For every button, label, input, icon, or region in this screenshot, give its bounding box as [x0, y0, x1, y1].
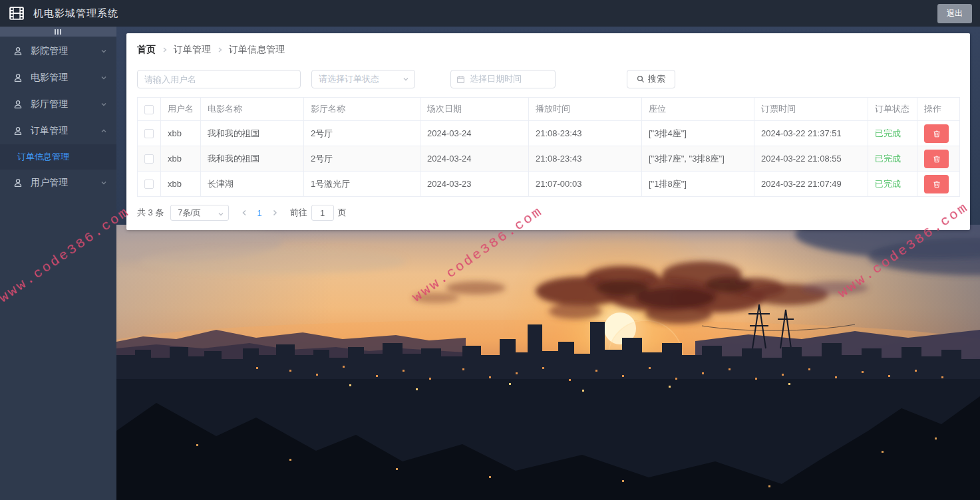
status-badge: 已完成 — [875, 179, 901, 189]
cell-play-time: 21:08-23:43 — [529, 121, 642, 146]
page-size-value: 7条/页 — [178, 207, 200, 219]
cell-order-time: 2024-03-22 21:07:49 — [754, 172, 868, 197]
cell-movie: 长津湖 — [201, 172, 304, 197]
cell-hall: 2号厅 — [304, 146, 420, 172]
table-row: xbb 我和我的祖国 2号厅 2024-03-24 21:08-23:43 ["… — [138, 121, 960, 146]
chevron-down-icon — [100, 180, 107, 186]
sidebar: 影院管理 电影管理 影厅管理 — [0, 27, 116, 500]
chevron-down-icon — [100, 48, 107, 55]
cell-play-time: 21:08-23:43 — [529, 146, 642, 172]
filter-toolbar: 请选择订单状态 选择日期时间 搜索 — [126, 64, 970, 97]
breadcrumb: 首页 订单管理 订单信息管理 — [126, 33, 970, 64]
trash-icon — [933, 130, 941, 138]
breadcrumb-home[interactable]: 首页 — [137, 44, 156, 56]
sidebar-item-label: 影厅管理 — [31, 98, 68, 110]
cell-username: xbb — [161, 146, 201, 172]
sidebar-item-cinema-management[interactable]: 影院管理 — [0, 38, 116, 64]
sidebar-item-hall-management[interactable]: 影厅管理 — [0, 91, 116, 118]
column-header-seats: 座位 — [642, 98, 754, 121]
cell-seats: ["3排4座"] — [642, 121, 754, 146]
chevron-right-icon — [217, 47, 223, 53]
user-icon — [13, 178, 23, 188]
chevron-down-icon — [403, 76, 409, 82]
sidebar-item-order-management[interactable]: 订单管理 — [0, 118, 116, 144]
table-row: xbb 长津湖 1号激光厅 2024-03-23 21:07-00:03 ["1… — [138, 172, 960, 197]
main-content-area: 首页 订单管理 订单信息管理 请选择订单状态 — [116, 27, 980, 500]
chevron-down-icon — [218, 210, 224, 219]
sidebar-item-label: 电影管理 — [31, 72, 68, 84]
sidebar-item-label: 订单管理 — [31, 125, 68, 137]
cell-order-time: 2024-03-22 21:37:51 — [754, 121, 868, 146]
cell-seats: ["3排7座", "3排8座"] — [642, 146, 754, 172]
order-management-panel: 首页 订单管理 订单信息管理 请选择订单状态 — [126, 33, 970, 230]
cell-hall: 1号激光厅 — [304, 172, 420, 197]
row-checkbox[interactable] — [144, 154, 154, 164]
sidebar-subitem-label: 订单信息管理 — [17, 151, 69, 163]
next-page-button[interactable] — [271, 209, 278, 217]
trash-icon — [933, 180, 941, 188]
page-size-select[interactable]: 7条/页 — [170, 205, 229, 221]
delete-button[interactable] — [924, 124, 949, 143]
breadcrumb-order-info-management: 订单信息管理 — [229, 44, 285, 56]
row-checkbox[interactable] — [144, 129, 154, 138]
search-button-label: 搜索 — [648, 73, 665, 85]
order-status-select[interactable]: 请选择订单状态 — [311, 70, 415, 88]
cell-play-time: 21:07-00:03 — [529, 172, 642, 197]
search-button[interactable]: 搜索 — [627, 70, 675, 88]
trash-icon — [933, 155, 941, 163]
film-icon — [8, 5, 25, 22]
sunset-background — [116, 225, 980, 500]
page-number-1[interactable]: 1 — [257, 208, 261, 218]
date-range-picker[interactable]: 选择日期时间 — [450, 70, 556, 88]
pagination: 共 3 条 7条/页 1 前往 页 — [126, 197, 970, 227]
delete-button[interactable] — [924, 150, 949, 168]
top-header-bar: 机电影城管理系统 退出 — [0, 0, 980, 27]
column-header-play-time: 播放时间 — [529, 98, 642, 121]
row-checkbox[interactable] — [144, 180, 154, 189]
sidebar-subitem-order-info-management[interactable]: 订单信息管理 — [0, 144, 116, 170]
previous-page-button[interactable] — [241, 209, 247, 217]
sidebar-item-movie-management[interactable]: 电影管理 — [0, 64, 116, 91]
delete-button[interactable] — [924, 175, 949, 193]
search-icon — [637, 75, 645, 83]
column-header-show-date: 场次日期 — [420, 98, 529, 121]
collapse-icon — [55, 29, 62, 35]
table-header-row: 用户名 电影名称 影厅名称 场次日期 播放时间 座位 订票时间 订单状态 操作 — [138, 98, 960, 121]
page-unit-label: 页 — [338, 207, 347, 219]
user-icon — [13, 100, 23, 109]
sidebar-collapse-toggle[interactable] — [0, 27, 116, 37]
date-placeholder: 选择日期时间 — [470, 73, 522, 85]
cell-movie: 我和我的祖国 — [201, 146, 304, 172]
sidebar-item-user-management[interactable]: 用户管理 — [0, 170, 116, 196]
column-header-movie: 电影名称 — [201, 98, 304, 121]
logout-button[interactable]: 退出 — [937, 4, 972, 23]
total-count-label: 共 3 条 — [137, 207, 164, 219]
app-brand: 机电影城管理系统 — [8, 5, 118, 22]
calendar-icon — [456, 75, 465, 84]
status-badge: 已完成 — [875, 128, 901, 138]
cell-show-date: 2024-03-23 — [420, 172, 529, 197]
table-row: xbb 我和我的祖国 2号厅 2024-03-24 21:08-23:43 ["… — [138, 146, 960, 172]
sidebar-item-label: 影院管理 — [31, 45, 68, 57]
cell-username: xbb — [161, 172, 201, 197]
goto-label: 前往 — [290, 207, 307, 219]
breadcrumb-order-management[interactable]: 订单管理 — [174, 44, 211, 56]
column-header-order-time: 订票时间 — [754, 98, 868, 121]
select-all-checkbox[interactable] — [144, 105, 154, 114]
column-header-username: 用户名 — [161, 98, 201, 121]
sidebar-item-label: 用户管理 — [31, 177, 68, 189]
app-title: 机电影城管理系统 — [33, 7, 118, 20]
username-input[interactable] — [137, 70, 301, 88]
chevron-right-icon — [162, 47, 168, 53]
column-header-status: 订单状态 — [868, 98, 917, 121]
cell-show-date: 2024-03-24 — [420, 146, 529, 172]
cell-order-time: 2024-03-22 21:08:55 — [754, 146, 868, 172]
column-header-actions: 操作 — [917, 98, 960, 121]
chevron-down-icon — [100, 74, 107, 81]
chevron-down-icon — [100, 101, 107, 108]
cell-seats: ["1排8座"] — [642, 172, 754, 197]
order-status-placeholder: 请选择订单状态 — [319, 73, 379, 85]
goto-page-input[interactable] — [311, 205, 334, 221]
cell-hall: 2号厅 — [304, 121, 420, 146]
cell-movie: 我和我的祖国 — [201, 121, 304, 146]
